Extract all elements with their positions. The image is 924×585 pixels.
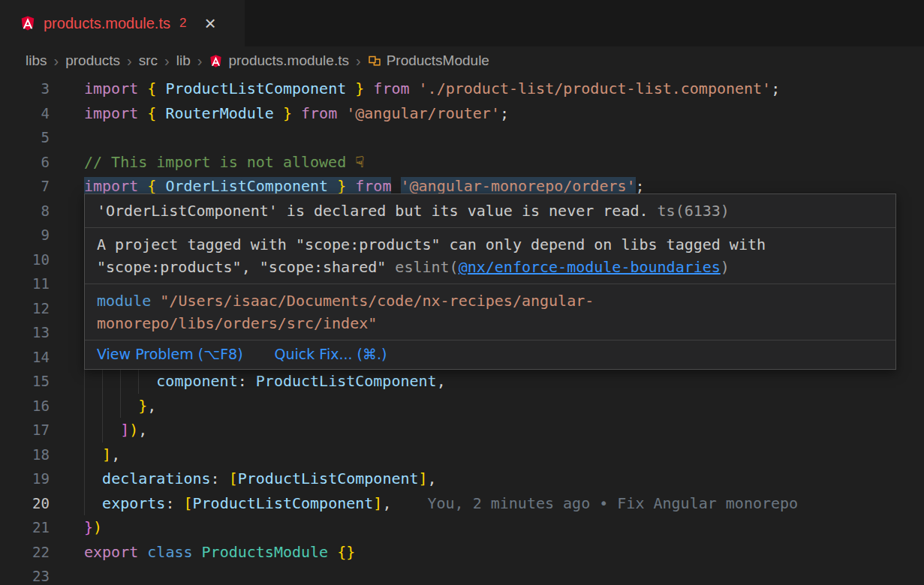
code-token: {} — [337, 543, 355, 561]
code-token: ; — [500, 104, 509, 122]
code-line-4[interactable]: 4import { RouterModule } from '@angular/… — [0, 101, 924, 126]
line-text: export class ProductsModule {} — [68, 540, 924, 565]
line-number: 7 — [0, 174, 68, 199]
code-token: from — [346, 177, 391, 195]
code-token — [84, 494, 102, 512]
line-number: 10 — [0, 248, 68, 272]
code-token: from — [364, 80, 418, 98]
breadcrumb-item-products-module-ts[interactable]: products.module.ts — [209, 52, 349, 69]
code-token: declarations — [102, 470, 211, 488]
ts-diagnostic-code: ts(6133) — [658, 202, 730, 220]
line-number: 4 — [0, 101, 68, 126]
code-token: , — [111, 446, 120, 464]
hover-module-info: module "/Users/isaac/Documents/code/nx-r… — [85, 284, 895, 340]
code-line-3[interactable]: 3import { ProductListComponent } from '.… — [0, 76, 924, 101]
code-token: exports — [102, 494, 165, 512]
hover-eslint-diagnostic: A project tagged with "scope:products" c… — [85, 228, 895, 284]
indent-guide — [84, 491, 85, 516]
breadcrumb-label: libs — [26, 52, 47, 69]
tab-bar: products.module.ts 2 × — [0, 0, 924, 46]
code-line-22[interactable]: 22export class ProductsModule {} — [0, 540, 924, 565]
code-line-5[interactable]: 5 — [0, 125, 924, 150]
quick-fix-button[interactable]: Quick Fix... (⌘.) — [275, 345, 387, 363]
code-token — [391, 177, 400, 195]
breadcrumb-item-productsmodule[interactable]: ProductsModule — [368, 52, 489, 69]
code-line-17[interactable]: 17 ]), — [0, 418, 924, 442]
code-token: class — [147, 543, 192, 561]
indent-guide — [84, 394, 85, 418]
code-line-16[interactable]: 16 }, — [0, 394, 924, 418]
breadcrumb-item-products[interactable]: products — [65, 52, 120, 69]
code-token: , — [437, 372, 446, 390]
view-problem-button[interactable]: View Problem (⌥F8) — [97, 345, 243, 363]
close-icon[interactable]: × — [204, 14, 215, 33]
code-token: : — [211, 470, 229, 488]
code-line-23[interactable]: 23 — [0, 564, 924, 585]
line-number: 20 — [0, 491, 68, 516]
chevron-right-icon: › — [54, 52, 59, 70]
editor[interactable]: 3import { ProductListComponent } from '.… — [0, 75, 924, 585]
chevron-right-icon: › — [164, 52, 170, 70]
line-number: 22 — [0, 540, 68, 565]
hover-tooltip: 'OrderListComponent' is declared but its… — [84, 194, 896, 370]
code-line-20[interactable]: 20 exports: [ProductListComponent],You, … — [0, 491, 924, 516]
breadcrumb-item-src[interactable]: src — [139, 52, 158, 69]
code-token — [138, 543, 147, 561]
code-token: , — [147, 397, 156, 415]
code-token: RouterModule — [165, 104, 274, 122]
indent-guide — [102, 394, 103, 418]
line-number: 5 — [0, 125, 68, 150]
breadcrumb-label: lib — [176, 52, 191, 69]
class-icon — [368, 54, 381, 68]
breadcrumb-label: products — [65, 52, 120, 69]
code-token — [193, 543, 202, 561]
breadcrumb-label: ProductsModule — [387, 52, 489, 69]
line-text: }) — [68, 515, 924, 540]
eslint-message-line1: A project tagged with "scope:products" c… — [97, 233, 883, 256]
code-token: import — [84, 80, 147, 98]
code-line-6[interactable]: 6// This import is not allowed ☟ — [0, 150, 924, 175]
code-token: './product-list/product-list.component' — [419, 80, 772, 98]
code-token: [ — [183, 494, 192, 512]
code-token — [84, 446, 102, 464]
tab-error-count-badge: 2 — [179, 16, 186, 31]
line-number: 21 — [0, 515, 68, 540]
code-line-19[interactable]: 19 declarations: [ProductListComponent], — [0, 466, 924, 491]
code-line-15[interactable]: 15 component: ProductListComponent, — [0, 369, 924, 394]
angular-icon — [20, 15, 36, 32]
line-number: 13 — [0, 320, 68, 345]
module-path-line1: "/Users/isaac/Documents/code/nx-recipes/… — [160, 292, 594, 310]
chevron-right-icon: › — [127, 52, 132, 70]
indent-guide — [138, 369, 139, 394]
line-number: 9 — [0, 223, 68, 248]
chevron-right-icon: › — [356, 52, 361, 70]
line-number: 12 — [0, 296, 68, 321]
indent-guide — [84, 466, 85, 491]
module-keyword: module — [97, 292, 151, 310]
code-token: ProductListComponent — [165, 80, 346, 98]
code-token: ] — [419, 470, 428, 488]
breadcrumb-item-libs[interactable]: libs — [26, 52, 47, 69]
code-line-21[interactable]: 21}) — [0, 515, 924, 540]
indent-guide — [84, 442, 85, 467]
code-token — [84, 397, 138, 415]
tab-products-module[interactable]: products.module.ts 2 × — [0, 0, 245, 46]
code-line-18[interactable]: 18 ], — [0, 442, 924, 467]
code-token: ] — [373, 494, 382, 512]
code-token: component — [156, 372, 237, 390]
line-text: exports: [ProductListComponent],You, 2 m… — [68, 491, 924, 516]
line-text: import { ProductListComponent } from './… — [68, 76, 924, 101]
eslint-rule-link[interactable]: @nx/enforce-module-boundaries — [459, 258, 721, 276]
code-token: ☟ — [355, 153, 364, 171]
indent-guide — [102, 418, 103, 442]
code-token: ) — [129, 421, 138, 439]
code-token: ; — [771, 80, 780, 98]
line-number: 3 — [0, 76, 68, 101]
hover-ts-diagnostic: 'OrderListComponent' is declared but its… — [85, 194, 895, 228]
ts-diagnostic-message: 'OrderListComponent' is declared but its… — [97, 202, 649, 220]
code-token: : — [165, 494, 183, 512]
eslint-message-line2: "scope:products", "scope:shared" eslint(… — [97, 256, 883, 278]
chevron-right-icon: › — [197, 52, 203, 70]
code-token: } — [84, 518, 93, 536]
breadcrumb-item-lib[interactable]: lib — [176, 52, 191, 69]
